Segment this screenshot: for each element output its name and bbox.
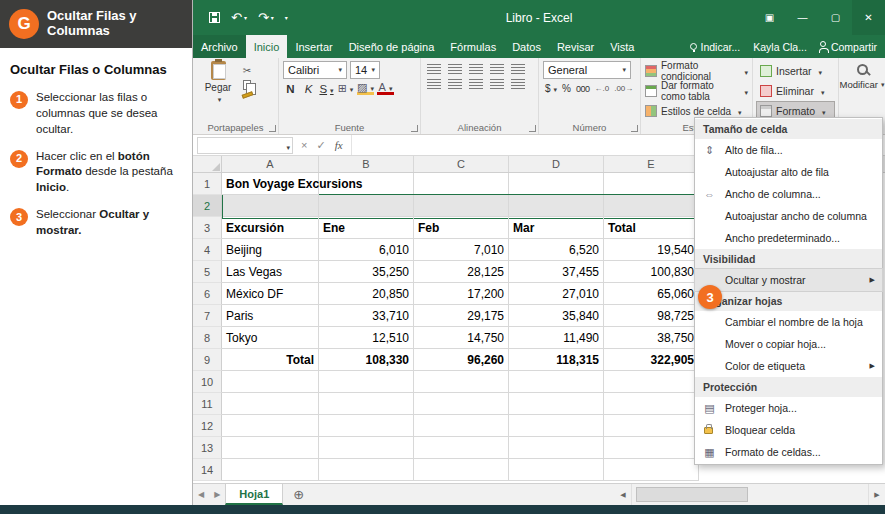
hscroll-right-icon[interactable]: ▶ bbox=[869, 491, 885, 499]
cell-C5[interactable]: 28,125 bbox=[414, 261, 509, 283]
cell-D10[interactable] bbox=[509, 371, 604, 393]
fill-color-icon[interactable]: ▨ bbox=[357, 82, 374, 95]
wrap-text-icon[interactable] bbox=[511, 64, 525, 74]
cell-B2[interactable] bbox=[319, 195, 414, 217]
align-right-icon[interactable] bbox=[469, 79, 483, 89]
align-middle-icon[interactable] bbox=[448, 64, 462, 74]
cell-C11[interactable] bbox=[414, 393, 509, 415]
cut-icon[interactable]: ✂ bbox=[239, 64, 255, 77]
cell-B11[interactable] bbox=[319, 393, 414, 415]
cell-C1[interactable] bbox=[414, 173, 509, 195]
cell-B10[interactable] bbox=[319, 371, 414, 393]
cell-C6[interactable]: 17,200 bbox=[414, 283, 509, 305]
menu-item-alto-de-fila[interactable]: ⇕Alto de fila... bbox=[695, 139, 882, 161]
tab-f-rmulas[interactable]: Fórmulas bbox=[442, 35, 504, 58]
cell-E2[interactable] bbox=[604, 195, 699, 217]
row-header-14[interactable]: 14 bbox=[193, 459, 222, 481]
alignment-dialog-launcher-icon[interactable] bbox=[529, 125, 536, 132]
cell-A3[interactable]: Excursión bbox=[222, 217, 319, 239]
row-header-12[interactable]: 12 bbox=[193, 415, 222, 437]
menu-item-ancho-de-columna[interactable]: ⇔Ancho de columna... bbox=[695, 183, 882, 205]
menu-item-color-de-etiqueta[interactable]: Color de etiqueta▶ bbox=[695, 355, 882, 377]
align-top-icon[interactable] bbox=[427, 64, 441, 74]
row-header-9[interactable]: 9 bbox=[193, 349, 222, 371]
font-name-select[interactable]: Calibri bbox=[283, 61, 347, 79]
cell-D13[interactable] bbox=[509, 437, 604, 459]
cell-E7[interactable]: 98,725 bbox=[604, 305, 699, 327]
cell-C4[interactable]: 7,010 bbox=[414, 239, 509, 261]
row-header-13[interactable]: 13 bbox=[193, 437, 222, 459]
cell-E8[interactable]: 38,750 bbox=[604, 327, 699, 349]
align-left-icon[interactable] bbox=[427, 79, 441, 89]
merge-center-icon[interactable] bbox=[511, 79, 525, 89]
find-select-icon[interactable] bbox=[857, 64, 868, 75]
row-header-11[interactable]: 11 bbox=[193, 393, 222, 415]
menu-item-ancho-predeterminado[interactable]: Ancho predeterminado... bbox=[695, 227, 882, 249]
cell-C10[interactable] bbox=[414, 371, 509, 393]
bold-button[interactable]: N bbox=[283, 83, 298, 95]
cell-E11[interactable] bbox=[604, 393, 699, 415]
name-box[interactable] bbox=[197, 137, 293, 154]
new-sheet-icon[interactable]: ⊕ bbox=[293, 487, 304, 502]
tab-vista[interactable]: Vista bbox=[602, 35, 642, 58]
menu-item-formato-de-celdas[interactable]: ▦Formato de celdas... bbox=[695, 441, 882, 463]
cell-E9[interactable]: 322,905 bbox=[604, 349, 699, 371]
cell-D5[interactable]: 37,455 bbox=[509, 261, 604, 283]
cell-D6[interactable]: 27,010 bbox=[509, 283, 604, 305]
paste-button[interactable]: Pegar bbox=[197, 61, 239, 121]
menu-item-bloquear-celda[interactable]: Bloquear celda bbox=[695, 419, 882, 441]
cell-B13[interactable] bbox=[319, 437, 414, 459]
menu-item-autoajustar-alto-de-fila[interactable]: Autoajustar alto de fila bbox=[695, 161, 882, 183]
editing-group-button[interactable]: Modificar bbox=[839, 79, 884, 90]
cell-B6[interactable]: 20,850 bbox=[319, 283, 414, 305]
ribbon-display-options-icon[interactable]: ▣ bbox=[753, 0, 786, 35]
maximize-button[interactable]: ▢ bbox=[819, 0, 852, 35]
cell-D2[interactable] bbox=[509, 195, 604, 217]
copy-icon[interactable] bbox=[243, 80, 251, 90]
cell-B8[interactable]: 12,510 bbox=[319, 327, 414, 349]
cell-A11[interactable] bbox=[222, 393, 319, 415]
hscroll-thumb[interactable] bbox=[636, 487, 748, 502]
cell-E10[interactable] bbox=[604, 371, 699, 393]
minimize-button[interactable]: — bbox=[786, 0, 819, 35]
tab-dise-o-de-p-gina[interactable]: Diseño de página bbox=[341, 35, 443, 58]
cell-C13[interactable] bbox=[414, 437, 509, 459]
cell-A9[interactable]: Total bbox=[222, 349, 319, 371]
row-header-7[interactable]: 7 bbox=[193, 305, 222, 327]
cell-A14[interactable] bbox=[222, 459, 319, 481]
align-bottom-icon[interactable] bbox=[469, 64, 483, 74]
delete-cells-button[interactable]: Eliminar bbox=[757, 82, 834, 100]
format-as-table-button[interactable]: Dar formato como tabla bbox=[645, 82, 748, 100]
cell-B3[interactable]: Ene bbox=[319, 217, 414, 239]
cell-E1[interactable] bbox=[604, 173, 699, 195]
cell-A13[interactable] bbox=[222, 437, 319, 459]
menu-item-autoajustar-ancho-de-columna[interactable]: Autoajustar ancho de columna bbox=[695, 205, 882, 227]
row-header-10[interactable]: 10 bbox=[193, 371, 222, 393]
cell-D3[interactable]: Mar bbox=[509, 217, 604, 239]
name-box-caret-icon[interactable] bbox=[283, 136, 290, 154]
cell-A7[interactable]: Paris bbox=[222, 305, 319, 327]
row-header-4[interactable]: 4 bbox=[193, 239, 222, 261]
cell-C12[interactable] bbox=[414, 415, 509, 437]
undo-caret-icon[interactable]: ▾ bbox=[244, 14, 247, 21]
cell-D12[interactable] bbox=[509, 415, 604, 437]
sheet-tab-hoja1[interactable]: Hoja1 bbox=[225, 484, 283, 505]
cell-B4[interactable]: 6,010 bbox=[319, 239, 414, 261]
row-header-5[interactable]: 5 bbox=[193, 261, 222, 283]
row-header-6[interactable]: 6 bbox=[193, 283, 222, 305]
decrease-decimal-icon[interactable]: .00→ bbox=[614, 84, 633, 93]
qat-customize-icon[interactable]: ▾ bbox=[285, 14, 288, 21]
enter-icon[interactable]: ✓ bbox=[316, 139, 325, 152]
menu-item-mover-o-copiar-hoja[interactable]: Mover o copiar hoja... bbox=[695, 333, 882, 355]
clipboard-dialog-launcher-icon[interactable] bbox=[269, 125, 276, 132]
cell-A8[interactable]: Tokyo bbox=[222, 327, 319, 349]
column-header-A[interactable]: A bbox=[222, 156, 319, 172]
share-button[interactable]: Compartir bbox=[820, 41, 877, 53]
cell-D14[interactable] bbox=[509, 459, 604, 481]
column-header-B[interactable]: B bbox=[319, 156, 414, 172]
cell-D9[interactable]: 118,315 bbox=[509, 349, 604, 371]
cell-D1[interactable] bbox=[509, 173, 604, 195]
cell-E3[interactable]: Total bbox=[604, 217, 699, 239]
number-dialog-launcher-icon[interactable] bbox=[631, 125, 638, 132]
currency-format-icon[interactable]: $ bbox=[545, 83, 557, 94]
